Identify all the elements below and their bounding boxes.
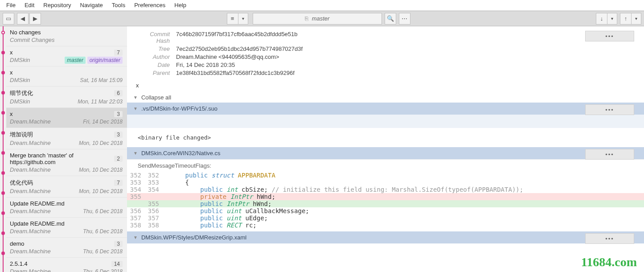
tree-value: 7ec2d2750d2eb95b1dbc2d4d957b774987027d3f <box>176 45 303 52</box>
graph-node-icon <box>1 171 5 175</box>
commit-title: 细节优化 <box>10 89 33 97</box>
commit-item[interactable]: Update README.mdDream.MachineThu, 6 Dec … <box>6 218 127 238</box>
commit-author: Dream.Machine <box>10 166 51 173</box>
commit-title: x <box>10 69 13 76</box>
collapse-all-button[interactable]: ▼Collapse all <box>127 92 644 103</box>
graph-node-icon <box>1 71 5 74</box>
graph-node-icon <box>1 211 5 215</box>
commit-author: Dream.Machine <box>10 268 51 272</box>
commit-item[interactable]: xDMSkinSat, 16 Mar 15:09 <box>6 66 127 87</box>
file-header[interactable]: ▼DMSkin.Core/WIN32/Native.cs ••• <box>127 147 644 159</box>
commit-item[interactable]: 增加说明3Dream.MachineMon, 10 Dec 2018 <box>6 128 127 149</box>
commit-title: 增加说明 <box>10 131 33 139</box>
commit-detail-panel: ••• Commit Hash7c46b2807159f7bf317cfb6aa… <box>127 26 644 272</box>
commit-title: 优化代码 <box>10 179 33 187</box>
commit-title: Update README.md <box>10 200 65 207</box>
file-path: .vs/DMSkin-for-WPF/v15/.suo <box>141 105 217 112</box>
commit-title: Update README.md <box>10 220 65 227</box>
commit-date: Thu, 6 Dec 2018 <box>83 248 123 255</box>
pull-button[interactable]: ↓ <box>596 13 607 25</box>
commit-date: Thu, 6 Dec 2018 <box>83 228 123 235</box>
author-value: Dream.Machine <944095635@qq.com> <box>176 54 279 60</box>
commit-date: Mon, 10 Dec 2018 <box>79 188 123 194</box>
graph-node-icon <box>1 151 5 155</box>
commit-title: 2.5.1.4 <box>10 260 28 267</box>
graph-node-icon <box>1 51 5 54</box>
main-content: No changesCommit Changesx7DMSkinmaster o… <box>0 26 644 272</box>
file-header[interactable]: ▼.vs/DMSkin-for-WPF/v15/.suo ••• <box>127 103 644 115</box>
graph-node-icon <box>1 91 5 95</box>
chevron-down-icon: ▼ <box>133 95 138 100</box>
hash-value: 7c46b2807159f7bf317cfb6aac45b2dfddd5e51b <box>176 31 298 44</box>
menu-item-navigate[interactable]: Navigate <box>76 1 107 9</box>
graph-node-icon <box>1 111 5 115</box>
file-header[interactable]: ▼DMSkin.WPF/Styles/DMResizeGrip.xaml ••• <box>127 231 644 243</box>
graph-gutter <box>0 26 6 272</box>
toolbar: ▭ ◀ ▶ ≡ ▾ ⎘ master 🔍 ⋯ ↓ ▾ ↑ ▾ <box>0 11 644 26</box>
commit-item[interactable]: x3Dream.MachineFri, 14 Dec 2018 <box>6 108 127 128</box>
watermark: 11684.com <box>581 255 637 269</box>
menu-item-help[interactable]: Help <box>170 1 191 9</box>
pull-dropdown-button[interactable]: ▾ <box>607 13 617 25</box>
commit-title: x <box>10 111 13 117</box>
commit-title: Merge branch 'master' of https://github.… <box>10 152 114 165</box>
chevron-down-icon: ▼ <box>133 235 138 240</box>
file-actions-button[interactable]: ••• <box>585 233 634 244</box>
hunk-header: SendMessageTimeoutFlags: <box>127 159 644 172</box>
graph-node-icon <box>1 131 5 135</box>
menu-item-file[interactable]: File <box>2 1 20 9</box>
jump-dropdown-button[interactable]: ▾ <box>238 13 248 25</box>
commit-item[interactable]: No changesCommit Changes <box>6 26 127 46</box>
nav-back-button[interactable]: ◀ <box>17 13 29 25</box>
commit-item[interactable]: 细节优化6DMSkinMon, 11 Mar 22:03 <box>6 87 127 108</box>
branch-tag: origin/master <box>87 57 123 64</box>
commit-item[interactable]: Merge branch 'master' of https://github.… <box>6 149 127 176</box>
more-button[interactable]: ⋯ <box>399 13 410 25</box>
commit-author: Commit Changes <box>10 37 54 43</box>
author-label: Author <box>136 54 176 60</box>
branch-selector[interactable]: ⎘ master <box>253 13 382 25</box>
commit-author: DMSkin <box>10 77 30 83</box>
file-count-badge: 3 <box>114 132 123 138</box>
diff-view: 352352 public struct APPBARDATA 353353 {… <box>127 172 644 229</box>
commit-date: Fri, 14 Dec 2018 <box>83 119 123 125</box>
commit-list[interactable]: No changesCommit Changesx7DMSkinmaster o… <box>6 26 127 272</box>
file-count-badge: 3 <box>114 111 123 117</box>
commit-date: Mon, 10 Dec 2018 <box>79 140 123 146</box>
commit-author: DMSkin <box>10 98 30 105</box>
commit-date: Mon, 10 Dec 2018 <box>79 167 123 173</box>
file-count-badge: 2 <box>114 156 123 162</box>
commit-item[interactable]: 优化代码7Dream.MachineMon, 10 Dec 2018 <box>6 176 127 198</box>
file-count-badge: 7 <box>114 180 123 186</box>
file-path: DMSkin.WPF/Styles/DMResizeGrip.xaml <box>141 234 246 241</box>
commit-date: Thu, 6 Dec 2018 <box>83 268 123 272</box>
branch-tag: master <box>65 57 86 64</box>
search-button[interactable]: 🔍 <box>385 13 396 25</box>
commit-author: Dream.Machine <box>10 140 51 146</box>
commit-author: Dream.Machine <box>10 208 51 214</box>
commit-actions-button[interactable]: ••• <box>585 31 634 41</box>
sidebar-toggle-button[interactable]: ▭ <box>3 13 14 25</box>
commit-author: Dream.Machine <box>10 228 51 235</box>
commit-item[interactable]: x7DMSkinmaster origin/master <box>6 46 127 66</box>
push-dropdown-button[interactable]: ▾ <box>632 13 641 25</box>
file-count-badge: 7 <box>114 49 123 56</box>
file-actions-button[interactable]: ••• <box>585 104 634 115</box>
push-button[interactable]: ↑ <box>620 13 632 25</box>
menu-item-edit[interactable]: Edit <box>20 1 39 9</box>
menu-item-preferences[interactable]: Preferences <box>130 1 170 9</box>
commit-date: Mon, 11 Mar 22:03 <box>78 99 123 105</box>
menu-item-repository[interactable]: Repository <box>39 1 75 9</box>
nav-forward-button[interactable]: ▶ <box>29 13 41 25</box>
commit-message: x <box>127 82 644 92</box>
commit-item[interactable]: 2.5.1.414Dream.MachineThu, 6 Dec 2018 <box>6 258 127 272</box>
commit-item[interactable]: Update README.mdDream.MachineThu, 6 Dec … <box>6 198 127 218</box>
menu-item-tools[interactable]: Tools <box>107 1 130 9</box>
chevron-down-icon: ▼ <box>133 106 138 111</box>
file-count-badge: 14 <box>111 261 123 267</box>
file-actions-button[interactable]: ••• <box>585 149 634 160</box>
jump-button[interactable]: ≡ <box>227 13 238 25</box>
commit-item[interactable]: demo3Dream.MachineThu, 6 Dec 2018 <box>6 238 127 258</box>
parent-value[interactable]: 1e38f4b31bd5582ffa570568f72fddc1c3b9296f <box>176 70 295 76</box>
commit-metadata: Commit Hash7c46b2807159f7bf317cfb6aac45b… <box>127 26 644 82</box>
